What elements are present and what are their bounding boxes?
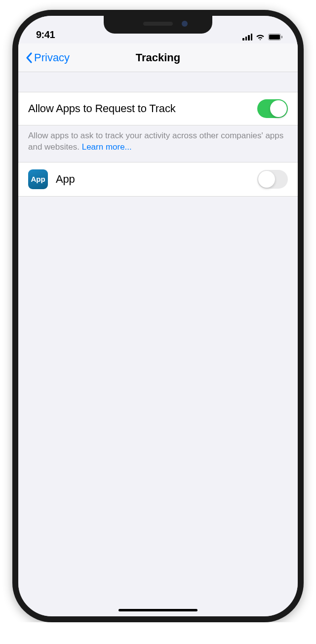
device-frame: 9:41 Privacy Tracking Allow Apps to Requ… [12,10,304,622]
allow-tracking-toggle[interactable] [257,99,288,118]
svg-rect-2 [281,36,282,39]
front-camera [182,21,188,27]
back-label: Privacy [34,51,70,64]
battery-icon [268,34,283,40]
speaker-cutout [143,22,173,26]
app-icon: App [28,169,48,189]
page-title: Tracking [136,51,180,64]
app-tracking-toggle[interactable] [257,170,288,189]
chevron-left-icon [25,52,33,64]
footer-text: Allow apps to ask to track your activity… [28,131,283,152]
learn-more-link[interactable]: Learn more... [82,142,132,152]
screen: 9:41 Privacy Tracking Allow Apps to Requ… [18,16,298,616]
status-bar: 9:41 [18,16,298,43]
toggle-knob [258,171,275,188]
nav-bar: Privacy Tracking [18,43,298,72]
allow-tracking-label: Allow Apps to Request to Track [28,102,257,115]
content: Allow Apps to Request to Track Allow app… [18,72,298,616]
back-button[interactable]: Privacy [18,51,70,64]
section-spacer [18,72,298,92]
cellular-signal-icon [242,34,252,40]
status-icons [242,34,283,40]
section-footer: Allow apps to ask to track your activity… [18,125,298,162]
svg-rect-1 [269,35,280,40]
app-name-label: App [56,173,257,186]
home-indicator[interactable] [118,609,198,611]
toggle-knob [270,100,287,117]
app-tracking-cell: App App [18,162,298,197]
status-time: 9:41 [36,29,55,40]
wifi-icon [255,34,265,40]
allow-tracking-cell: Allow Apps to Request to Track [18,92,298,125]
